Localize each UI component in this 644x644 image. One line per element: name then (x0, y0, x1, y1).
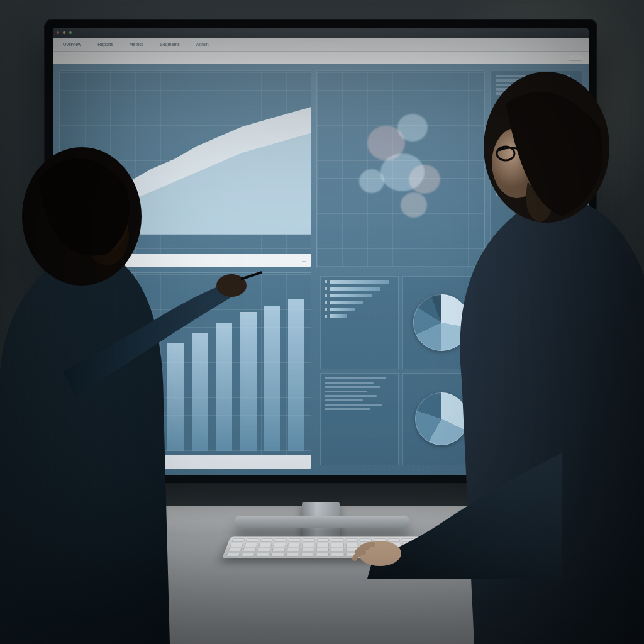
close-icon[interactable] (57, 31, 59, 34)
maximize-icon[interactable] (69, 31, 72, 34)
tab-admin[interactable]: Admin (192, 41, 213, 48)
area-chart-panel[interactable]: ⋯ (59, 70, 311, 267)
pie-chart (415, 392, 468, 445)
legend-dot-icon (82, 460, 85, 464)
text-list-panel[interactable] (320, 373, 399, 466)
bar-chart-footer (60, 455, 311, 469)
footer-icon: ⋯ (302, 258, 306, 263)
pie-chart-panel-2[interactable] (402, 373, 481, 466)
tab-metrics[interactable]: Metrics (126, 41, 148, 48)
bar-chart (71, 282, 304, 451)
metric-card[interactable] (490, 171, 582, 268)
tab-reports[interactable]: Reports (94, 41, 117, 48)
minimize-icon[interactable] (63, 31, 65, 34)
hbar-chart-panel[interactable] (320, 276, 399, 369)
mixed-panel (316, 272, 485, 469)
pie-chart (413, 294, 470, 351)
area-chart-footer: ⋯ (60, 254, 311, 267)
monitor: Overview Reports Metrics Segments Admin … (44, 19, 597, 484)
search-input[interactable] (569, 55, 582, 61)
keyboard (222, 536, 438, 558)
screen: Overview Reports Metrics Segments Admin … (53, 28, 589, 475)
metrics-sidebar (490, 70, 582, 469)
metric-card[interactable] (490, 272, 582, 369)
legend-dot-icon (66, 460, 69, 464)
legend-dot-icon (97, 460, 101, 464)
toolbar: Overview Reports Metrics Segments Admin (53, 38, 589, 52)
tab-segments[interactable]: Segments (156, 41, 184, 48)
tab-overview[interactable]: Overview (59, 41, 85, 48)
bar-chart-panel[interactable] (59, 272, 311, 469)
metric-card[interactable] (490, 70, 582, 167)
map-panel[interactable] (316, 70, 485, 267)
monitor-stand-base (234, 516, 410, 528)
dashboard: ⋯ (53, 64, 589, 475)
window-titlebar (53, 28, 589, 38)
metric-card[interactable] (490, 372, 582, 469)
pie-chart-panel-1[interactable] (402, 276, 481, 369)
area-chart (60, 71, 311, 235)
address-bar (53, 52, 589, 64)
